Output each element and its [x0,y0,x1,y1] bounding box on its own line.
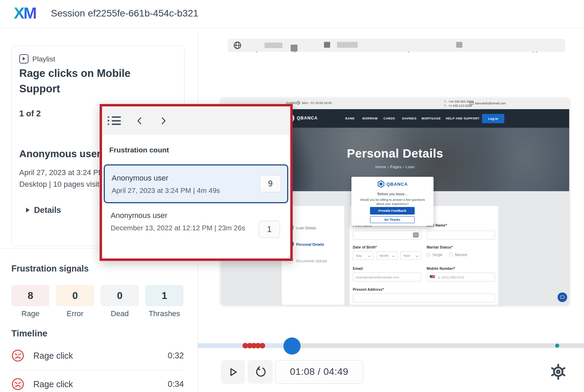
playlist-title: Rage clicks on Mobile Support [19,66,170,96]
chevron-down-icon [416,254,418,257]
autofill-icon[interactable]: ••• [413,232,419,238]
frustration-count-badge: 9 [260,175,281,192]
redacted-text-block [291,45,297,51]
survey-event-marker[interactable] [555,344,559,348]
redacted-text-block [456,42,462,48]
event-time: 0:32 [156,351,184,360]
redacted-text-block [337,42,358,48]
popup-panel: Frustration count Anonymous user April 2… [102,135,290,258]
redacted-text-block [265,43,282,48]
chevron-right-icon[interactable] [159,116,168,125]
frustration-count-badge: 1 [259,221,280,238]
modal-title: Before you leave... [351,192,434,196]
redacted-dot [533,51,534,53]
replay-icon [255,366,266,378]
session-replay-app: XM Session ef2255fe-661b-454c-b321 Playl… [0,0,584,392]
mobile-number-input[interactable]: (201) 555-0123 [427,273,495,281]
progress-track-remaining[interactable] [292,343,584,348]
first-name-input[interactable] [353,231,421,240]
step2-label[interactable]: Personal Details [296,242,324,246]
chevron-right-icon [26,208,30,212]
present-address-input[interactable] [353,293,495,302]
app-header: XM Session ef2255fe-661b-454c-b321 [0,0,584,28]
session-list-item-selected[interactable]: Anonymous user April 27, 2023 at 3:24 PM… [104,164,288,203]
chevron-down-icon [368,254,371,257]
last-name-input[interactable] [427,231,495,240]
timeline-event-row[interactable]: Rage click 0:34 [11,378,184,391]
no-thanks-button[interactable]: No Thanks [370,216,415,223]
nav-link-mortgage[interactable]: MORTGAGE [422,117,441,120]
signal-label-dead: Dead [101,309,139,318]
redacted-dot [256,51,257,53]
chevron-left-icon[interactable] [135,116,144,125]
dob-day-select[interactable]: Day [353,251,373,260]
list-view-icon[interactable] [108,116,121,125]
dob-month-select[interactable]: Month [377,251,397,260]
single-radio[interactable] [427,253,430,256]
rage-face-icon [11,378,24,391]
step3-label[interactable]: Documents Upload [296,259,327,263]
modal-brand: QBANCA [386,182,408,187]
chat-icon [560,296,564,299]
married-radio[interactable] [449,253,453,256]
rage-event-marker[interactable] [260,343,265,348]
nav-link-cards[interactable]: CARDS [383,117,395,120]
frustration-count-popup: Frustration count Anonymous user April 2… [100,104,293,261]
timeline-row-divider [11,370,184,370]
feedback-modal: QBANCA Before you leave... Would you be … [351,177,434,226]
provide-feedback-button[interactable]: Provide Feedback [370,207,415,215]
chat-widget-button[interactable] [558,292,567,302]
dob-year-select[interactable]: Year [400,251,421,260]
email-input[interactable] [353,273,421,281]
details-toggle[interactable]: Details [26,205,61,215]
item-meta: April 27, 2023 at 3:24 PM | 4m 49s [112,185,220,196]
globe-icon [233,41,242,50]
mobile-placeholder: (201) 555-0123 [442,275,464,279]
chevron-down-icon [392,254,395,257]
event-label: Rage click [33,351,156,361]
brand-name: QBANCA [297,116,318,120]
signal-label-error: Error [56,309,94,318]
page-title: Session ef2255fe-661b-454c-b321 [51,8,199,19]
restart-button[interactable] [248,360,273,384]
opening-hours: Mon - Fri 10:00-18:00 [302,101,332,105]
playhead-handle[interactable] [283,337,301,355]
email-label: Email [353,266,363,270]
chevron-down-icon [438,276,440,278]
qbanca-hex-icon [377,180,385,188]
marital-status-label: Marital Status* [427,245,453,249]
playlist-position: 1 of 2 [19,109,41,118]
replay-browser-bar [228,39,565,52]
redacted-dot [408,51,409,53]
step1-label[interactable]: Loan Details [296,226,316,230]
item-user: Anonymous user [112,174,168,183]
item-user: Anonymous user [111,211,167,220]
rage-face-icon [11,349,24,362]
playlist-label: Playlist [32,55,55,63]
present-address-label: Present Address* [353,287,384,291]
nav-link-help[interactable]: HELP AND SUPPORT [446,117,480,120]
play-button[interactable] [221,360,245,384]
time-display: 01:08 / 04:49 [275,360,363,384]
nav-link-borrow[interactable]: BORROW [362,117,378,120]
popup-toolbar [102,106,290,135]
details-label: Details [34,205,61,215]
session-list-item[interactable]: Anonymous user December 13, 2022 at 12:1… [104,208,288,256]
nav-link-bank[interactable]: BANK [345,117,355,120]
dob-label: Date of Birth* [353,245,377,249]
mobile-number-label: Mobile Number* [427,266,455,270]
settings-button[interactable] [548,361,569,382]
signal-chip-error: 0 [56,285,94,306]
event-label: Rage click [33,379,156,389]
single-label: Single [433,253,442,257]
xm-logo: XM [14,3,36,22]
login-button[interactable]: Log In [482,114,504,123]
signal-label-thrashes: Thrashes [145,309,183,318]
timeline-heading: Timeline [11,328,47,339]
contact-email: bancainfo@email.com [475,102,506,105]
redacted-text-block [324,42,330,48]
timeline-event-row[interactable]: Rage click 0:32 [11,349,184,362]
playlist-header: Playlist [19,54,55,64]
nav-link-savings[interactable]: SAVINGS [402,117,417,120]
signal-chip-dead: 0 [101,285,139,306]
